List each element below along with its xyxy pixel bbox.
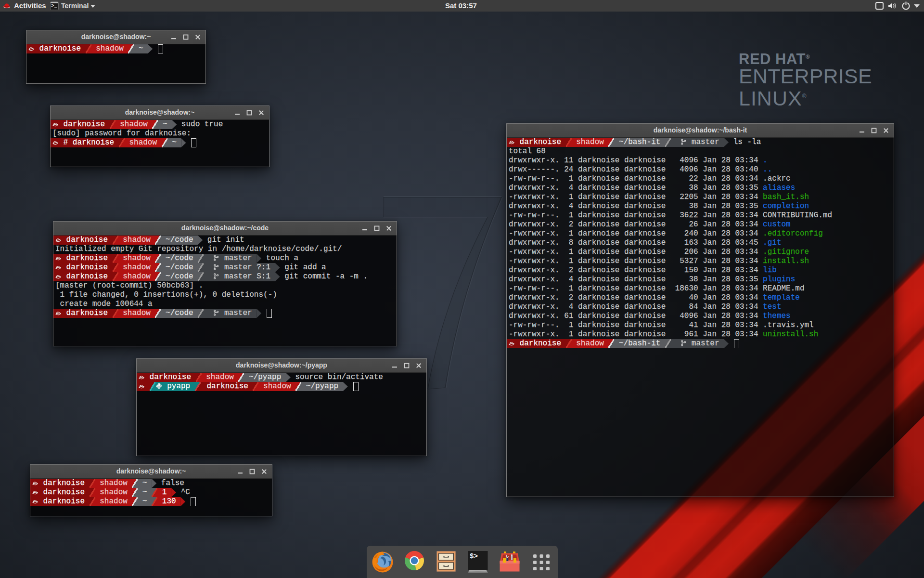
svg-text:$>: $> (470, 552, 478, 560)
svg-text:>: > (51, 3, 54, 9)
